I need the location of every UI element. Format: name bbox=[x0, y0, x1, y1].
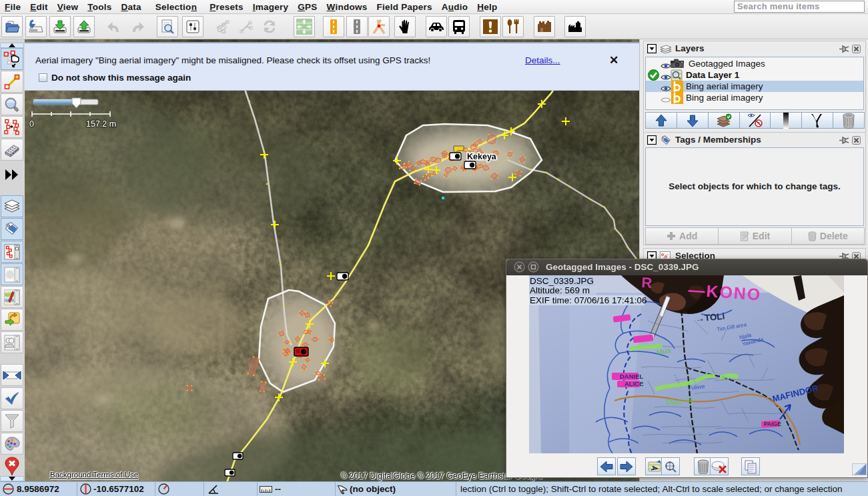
svg-text:DANIEL: DANIEL bbox=[620, 373, 644, 380]
svg-text:157.2 m: 157.2 m bbox=[86, 119, 116, 129]
svg-text:EXIF time: 07/06/16 17:41:06: EXIF time: 07/06/16 17:41:06 bbox=[530, 295, 647, 305]
svg-text:ALICE: ALICE bbox=[624, 380, 644, 387]
svg-text:Kekeya: Kekeya bbox=[467, 152, 497, 161]
svg-text:Altitude: 569 m: Altitude: 569 m bbox=[530, 285, 590, 295]
svg-text:0: 0 bbox=[29, 119, 34, 129]
svg-text:PAIGE: PAIGE bbox=[764, 421, 781, 427]
svg-text:R: R bbox=[641, 275, 653, 291]
svg-text:DSC_0339.JPG: DSC_0339.JPG bbox=[530, 276, 594, 286]
